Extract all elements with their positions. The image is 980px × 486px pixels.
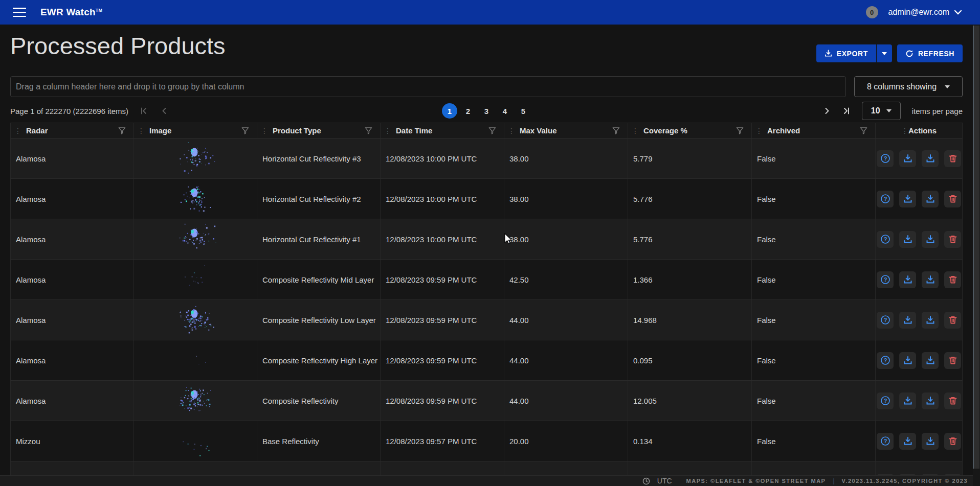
menu-icon[interactable]	[13, 8, 26, 17]
cell-image	[134, 461, 257, 475]
download-image-button[interactable]	[899, 271, 916, 288]
help-icon: ?	[880, 355, 890, 365]
previous-page-button[interactable]	[160, 107, 168, 115]
scrollbar-thumb[interactable]	[973, 26, 979, 469]
download-data-button[interactable]	[922, 150, 939, 167]
cell-coverage	[628, 461, 752, 475]
notification-badge[interactable]: 0	[866, 6, 878, 18]
help-icon: ?	[880, 315, 890, 325]
help-button[interactable]: ?	[877, 271, 894, 288]
cell-max-value: 42.50	[504, 260, 628, 299]
help-button[interactable]: ?	[877, 433, 894, 450]
delete-button[interactable]	[944, 231, 961, 248]
download-data-button[interactable]	[922, 191, 939, 207]
help-button[interactable]: ?	[877, 231, 894, 248]
radar-thumbnail-image	[154, 179, 236, 218]
delete-button[interactable]	[944, 271, 961, 288]
user-menu[interactable]: admin@ewr.com	[888, 8, 962, 17]
download-data-button[interactable]	[922, 271, 939, 288]
vertical-scrollbar[interactable]	[973, 25, 980, 486]
svg-text:?: ?	[883, 438, 887, 444]
column-header-coverage-[interactable]: ⋮ Coverage %	[628, 123, 752, 138]
download-data-button[interactable]	[922, 231, 939, 248]
download-image-button[interactable]	[899, 433, 916, 450]
page-summary: Page 1 of 222270 (2222696 items)	[10, 107, 128, 115]
page-button-1[interactable]: 1	[442, 103, 457, 119]
drag-handle-icon[interactable]: ⋮	[755, 127, 763, 135]
filter-icon[interactable]	[118, 126, 126, 135]
download-data-button[interactable]	[922, 352, 939, 369]
column-chooser-select[interactable]: 8 columns showing	[854, 76, 963, 97]
cell-actions: ?	[876, 260, 963, 299]
column-header-image[interactable]: ⋮ Image	[134, 123, 257, 138]
drag-handle-icon[interactable]: ⋮	[632, 127, 639, 135]
table-row[interactable]: Alamosa Composite Reflectivity 12/08/202…	[10, 381, 963, 421]
drag-handle-icon[interactable]: ⋮	[138, 127, 145, 135]
download-icon	[926, 356, 935, 365]
column-header-radar[interactable]: ⋮ Radar	[11, 123, 134, 138]
filter-icon[interactable]	[736, 126, 744, 135]
cell-product-type: Composite Reflectivity High Layer	[257, 340, 381, 380]
filter-icon[interactable]	[364, 126, 373, 135]
export-options-button[interactable]	[877, 44, 892, 62]
download-image-button[interactable]	[899, 352, 916, 369]
filter-icon[interactable]	[859, 126, 868, 135]
filter-icon[interactable]	[612, 126, 620, 135]
help-button[interactable]: ?	[877, 191, 894, 207]
export-button[interactable]: EXPORT	[816, 44, 876, 62]
table-row[interactable]: Alamosa Horizontal Cut Reflectivity #3 1…	[10, 138, 963, 179]
table-row[interactable]: Alamosa Composite Reflectivity High Laye…	[10, 340, 963, 381]
drag-handle-icon[interactable]: ⋮	[14, 127, 21, 135]
column-header-max-value[interactable]: ⋮ Max Value	[504, 123, 628, 138]
page-button-3[interactable]: 3	[479, 103, 494, 119]
table-row[interactable]: Alamosa Horizontal Cut Reflectivity #1 1…	[10, 219, 963, 260]
next-page-button[interactable]	[823, 107, 831, 115]
drag-handle-icon[interactable]: ⋮	[384, 127, 391, 135]
delete-button[interactable]	[944, 191, 961, 207]
svg-text:?: ?	[883, 276, 887, 283]
drag-handle-icon[interactable]: ⋮	[901, 127, 908, 135]
delete-button[interactable]	[944, 392, 961, 409]
table-row[interactable]: Alamosa Horizontal Cut Reflectivity #2 1…	[10, 179, 963, 219]
column-header-date-time[interactable]: ⋮ Date Time	[381, 123, 504, 138]
download-icon	[926, 275, 935, 284]
column-header-archived[interactable]: ⋮ Archived	[752, 123, 876, 138]
drag-handle-icon[interactable]: ⋮	[508, 127, 515, 135]
help-button[interactable]: ?	[877, 352, 894, 369]
delete-button[interactable]	[944, 433, 961, 450]
table-row[interactable]: Alamosa Composite Reflectivity Low Layer…	[10, 300, 963, 340]
timezone-label[interactable]: UTC	[657, 477, 672, 485]
help-button[interactable]: ?	[877, 312, 894, 329]
column-header-actions[interactable]: ⋮ Actions	[876, 123, 963, 138]
download-data-button[interactable]	[922, 433, 939, 450]
table-row[interactable]: Mizzou Base Reflectivity 12/08/2023 09:5…	[10, 421, 963, 461]
first-page-button[interactable]	[140, 107, 148, 115]
refresh-button[interactable]: REFRESH	[897, 44, 963, 62]
download-image-button[interactable]	[899, 392, 916, 409]
download-image-button[interactable]	[899, 150, 916, 167]
page-button-5[interactable]: 5	[516, 103, 531, 119]
help-button[interactable]: ?	[877, 392, 894, 409]
delete-button[interactable]	[944, 352, 961, 369]
column-header-product-type[interactable]: ⋮ Product Type	[257, 123, 381, 138]
download-data-button[interactable]	[922, 392, 939, 409]
table-row[interactable]: Alamosa Composite Reflectivity Mid Layer…	[10, 260, 963, 300]
download-image-button[interactable]	[899, 191, 916, 207]
group-by-dropzone[interactable]: Drag a column header here and drop it to…	[10, 76, 846, 97]
delete-button[interactable]	[944, 312, 961, 329]
table-row[interactable]: ?	[10, 461, 963, 475]
download-image-button[interactable]	[899, 312, 916, 329]
filter-icon[interactable]	[488, 126, 497, 135]
last-page-button[interactable]	[842, 107, 851, 115]
help-button[interactable]: ?	[877, 150, 894, 167]
delete-button[interactable]	[944, 150, 961, 167]
filter-icon[interactable]	[241, 126, 250, 135]
radar-thumbnail-image	[154, 260, 236, 299]
drag-handle-icon[interactable]: ⋮	[261, 127, 268, 135]
page-button-4[interactable]: 4	[497, 103, 513, 119]
items-per-page-label: items per page	[912, 107, 963, 115]
download-image-button[interactable]	[899, 231, 916, 248]
page-button-2[interactable]: 2	[460, 103, 476, 119]
download-data-button[interactable]	[922, 312, 939, 329]
items-per-page-select[interactable]: 10	[862, 102, 901, 120]
